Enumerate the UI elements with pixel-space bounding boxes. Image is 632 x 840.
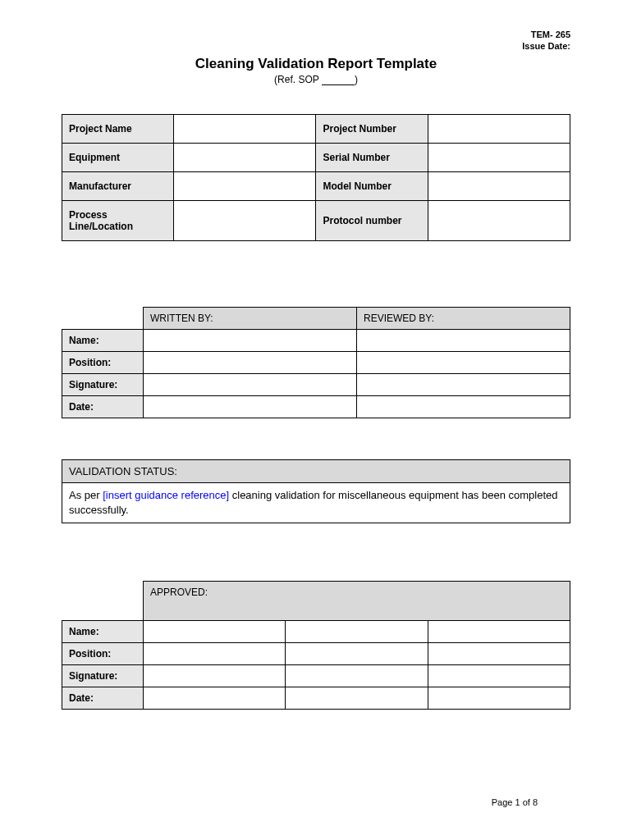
validation-status-body: As per [insert guidance reference] clean… [62, 482, 570, 523]
reviewed-by-header: REVIEWED BY: [357, 307, 570, 329]
approve-name-2[interactable] [286, 620, 428, 642]
approve-signature-1[interactable] [144, 664, 286, 687]
validation-status-header: VALIDATION STATUS: [62, 459, 570, 482]
table-row: Date: [62, 687, 570, 709]
position-label: Position: [62, 642, 144, 664]
table-row: Process Line/Location Protocol number [62, 200, 570, 240]
table-row: Signature: [62, 664, 570, 687]
table-row: Name: [62, 620, 570, 642]
project-number-value[interactable] [428, 114, 570, 143]
protocol-number-label: Protocol number [316, 200, 428, 240]
tem-number: TEM- 265 [62, 29, 570, 40]
reviewed-date-value[interactable] [357, 395, 570, 418]
project-name-label: Project Name [62, 114, 174, 143]
written-date-value[interactable] [144, 395, 357, 418]
table-row: Manufacturer Model Number [62, 171, 570, 200]
approve-position-2[interactable] [286, 642, 428, 664]
manufacturer-value[interactable] [174, 171, 316, 200]
signature-label: Signature: [62, 373, 144, 395]
approve-date-2[interactable] [286, 687, 428, 709]
name-label: Name: [62, 329, 144, 351]
project-name-value[interactable] [174, 114, 316, 143]
subtitle-prefix: (Ref. SOP [274, 74, 322, 85]
page-title: Cleaning Validation Report Template [62, 56, 570, 72]
written-name-value[interactable] [144, 329, 357, 351]
footer-prefix: Page [492, 797, 515, 807]
blank-corner [62, 307, 144, 329]
blank-corner [62, 581, 144, 620]
subtitle-suffix: ) [355, 74, 358, 85]
table-row: Position: [62, 642, 570, 664]
table-row: Signature: [62, 373, 570, 395]
approve-position-1[interactable] [144, 642, 286, 664]
date-label: Date: [62, 395, 144, 418]
approve-name-1[interactable] [144, 620, 286, 642]
reviewed-name-value[interactable] [357, 329, 570, 351]
issue-date-label: Issue Date: [62, 40, 570, 52]
serial-number-label: Serial Number [316, 143, 428, 171]
table-row: As per [insert guidance reference] clean… [62, 482, 570, 523]
equipment-value[interactable] [174, 143, 316, 171]
table-row: Project Name Project Number [62, 114, 570, 143]
approval-table: APPROVED: Name: Position: Signature: Dat… [62, 581, 570, 710]
model-number-value[interactable] [428, 171, 570, 200]
reviewed-signature-value[interactable] [357, 373, 570, 395]
approve-position-3[interactable] [428, 642, 570, 664]
footer-total-pages: 8 [533, 797, 538, 807]
table-row: APPROVED: [62, 581, 570, 620]
page-subtitle: (Ref. SOP ) [62, 74, 570, 85]
serial-number-value[interactable] [428, 143, 570, 171]
process-line-value[interactable] [174, 200, 316, 240]
status-body-prefix: As per [69, 489, 103, 501]
table-row: Date: [62, 395, 570, 418]
approved-header: APPROVED: [144, 581, 570, 620]
signature-label: Signature: [62, 664, 144, 687]
footer-of: of [520, 797, 533, 807]
position-label: Position: [62, 351, 144, 373]
table-row: Name: [62, 329, 570, 351]
written-signature-value[interactable] [144, 373, 357, 395]
equipment-label: Equipment [62, 143, 174, 171]
validation-status-table: VALIDATION STATUS: As per [insert guidan… [62, 459, 570, 523]
table-row: Equipment Serial Number [62, 143, 570, 171]
table-row: WRITTEN BY: REVIEWED BY: [62, 307, 570, 329]
approve-signature-3[interactable] [428, 664, 570, 687]
reviewed-position-value[interactable] [357, 351, 570, 373]
name-label: Name: [62, 620, 144, 642]
written-position-value[interactable] [144, 351, 357, 373]
approve-name-3[interactable] [428, 620, 570, 642]
project-info-table: Project Name Project Number Equipment Se… [62, 114, 570, 241]
protocol-number-value[interactable] [428, 200, 570, 240]
document-header-right: TEM- 265 Issue Date: [62, 29, 570, 52]
status-insert-reference[interactable]: [insert guidance reference] [103, 489, 229, 501]
signoff-table: WRITTEN BY: REVIEWED BY: Name: Position:… [62, 307, 570, 418]
model-number-label: Model Number [316, 171, 428, 200]
manufacturer-label: Manufacturer [62, 171, 174, 200]
table-row: VALIDATION STATUS: [62, 459, 570, 482]
project-number-label: Project Number [316, 114, 428, 143]
approve-date-3[interactable] [428, 687, 570, 709]
page-footer: Page 1 of 8 [492, 797, 538, 807]
sop-blank-line [322, 84, 355, 85]
approve-signature-2[interactable] [286, 664, 428, 687]
table-row: Position: [62, 351, 570, 373]
date-label: Date: [62, 687, 144, 709]
process-line-label: Process Line/Location [62, 200, 174, 240]
approve-date-1[interactable] [144, 687, 286, 709]
written-by-header: WRITTEN BY: [144, 307, 357, 329]
